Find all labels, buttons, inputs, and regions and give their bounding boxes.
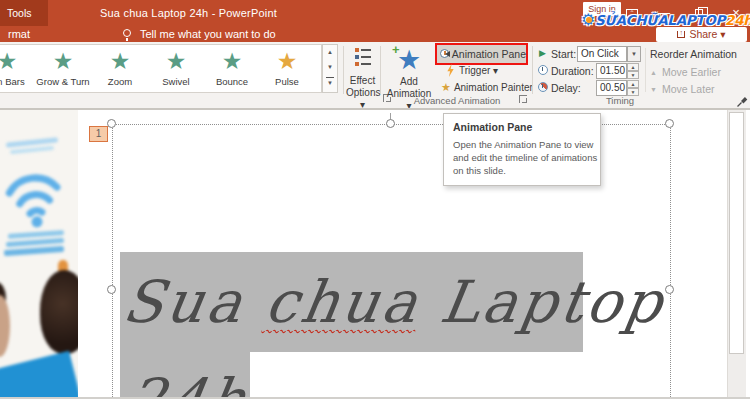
gallery-item-bounce[interactable]: ★ Bounce	[205, 46, 259, 92]
trigger-button[interactable]: Trigger ▾	[446, 63, 498, 78]
gallery-item-random-bars[interactable]: ★ om Bars	[0, 46, 34, 92]
emphasis-star-icon: ★	[260, 46, 314, 76]
start-label: Start:	[551, 46, 576, 62]
selection-border-right	[670, 124, 671, 397]
reorder-animation-label: Reorder Animation	[650, 46, 737, 62]
duration-input[interactable]: 01.50	[596, 63, 627, 79]
share-icon	[677, 31, 685, 38]
delay-label: Delay:	[551, 80, 581, 96]
gallery-item-grow-turn[interactable]: ★ Grow & Turn	[36, 46, 90, 92]
effect-options-icon	[355, 48, 371, 66]
entrance-star-icon: ★	[205, 46, 259, 76]
lightning-bolt-icon	[446, 64, 455, 77]
gallery-item-swivel[interactable]: ★ Swivel	[149, 46, 203, 92]
animation-pane-button[interactable]: Animation Pane	[435, 43, 528, 65]
group-separator	[532, 46, 533, 94]
advanced-animation-dialog-launcher-icon[interactable]	[519, 95, 527, 103]
plus-icon: +	[392, 43, 400, 56]
animation-gallery: ★ om Bars ★ Grow & Turn ★ Zoom ★ Swivel …	[0, 44, 322, 93]
vertical-scrollbar-thumb[interactable]	[729, 112, 744, 354]
move-earlier-button[interactable]: ▲ Move Earlier	[650, 64, 721, 80]
duration-spinner[interactable]: ▲▼	[627, 63, 639, 79]
move-later-arrow-icon: ▼	[650, 86, 657, 93]
misspelled-word: chua	[261, 268, 426, 336]
group-separator	[343, 46, 344, 94]
gallery-item-zoom[interactable]: ★ Zoom	[93, 46, 147, 92]
selection-border-left	[112, 124, 113, 397]
duration-label: Duration:	[551, 63, 594, 79]
share-button[interactable]: Share ▾	[656, 27, 747, 42]
entrance-star-icon: ★	[93, 46, 147, 76]
tooltip-body: and edit the timeline of animations	[453, 151, 591, 164]
duration-clock-icon	[538, 65, 548, 75]
start-dropdown-icon[interactable]: ▼	[627, 46, 641, 62]
effect-options-button[interactable]: EffectOptions ▾	[346, 44, 379, 106]
gallery-item-pulse[interactable]: ★ Pulse	[260, 46, 314, 92]
slide-canvas[interactable]: Sua chua Laptop 24h 1	[0, 110, 750, 397]
advanced-animation-group-label: Advanced Animation	[392, 95, 522, 106]
person-face	[0, 295, 10, 357]
person-head	[40, 270, 78, 354]
entrance-star-icon: ★	[36, 46, 90, 76]
painter-star-icon: ★	[441, 81, 451, 94]
contextual-tab-header: Tools	[0, 0, 48, 26]
add-animation-star-icon: ★+	[386, 44, 432, 76]
window-bottom-border	[0, 397, 750, 399]
move-earlier-arrow-icon: ▲	[650, 69, 657, 76]
slide-title-text[interactable]: Sua chua Laptop	[116, 250, 673, 354]
delay-input[interactable]: 00.50	[596, 80, 627, 96]
selection-handle-top-left[interactable]	[107, 119, 116, 128]
animation-painter-button[interactable]: ★ Animation Painter	[441, 80, 533, 95]
animation-pane-icon	[440, 48, 449, 60]
tell-me-lightbulb-icon	[123, 29, 131, 37]
share-label: Share ▾	[689, 28, 725, 40]
entrance-star-icon: ★	[149, 46, 203, 76]
tooltip-body: Open the Animation Pane to view	[453, 138, 591, 151]
selection-handle-middle-left[interactable]	[107, 285, 116, 294]
entrance-star-icon: ★	[0, 46, 34, 76]
watermark-brand-blue: SỬACHỮALAPTOP	[595, 12, 725, 28]
gallery-scroll-strip[interactable]: ▲ ▼ ▼	[322, 44, 338, 93]
wifi-icon	[0, 154, 71, 239]
gallery-scroll-down-icon[interactable]: ▼	[323, 60, 337, 75]
tell-me-box[interactable]: Tell me what you want to do	[140, 26, 276, 42]
person-shirt	[0, 351, 78, 397]
powerpoint-window: Tools Sua chua Laptop 24h - PowerPoint S…	[0, 0, 750, 400]
animation-order-badge: 1	[89, 126, 108, 142]
window-title: Sua chua Laptop 24h - PowerPoint	[100, 0, 277, 26]
gallery-scroll-up-icon[interactable]: ▲	[323, 45, 337, 60]
tooltip-title: Animation Pane	[453, 121, 591, 133]
tooltip-body: on this slide.	[453, 164, 591, 177]
group-separator	[645, 48, 646, 92]
photo-content	[0, 110, 78, 397]
start-combobox[interactable]: On Click	[577, 46, 627, 62]
gear-icon: ⚙	[581, 10, 595, 29]
selection-handle-middle-right[interactable]	[665, 285, 674, 294]
gallery-more-icon[interactable]: ▼	[326, 77, 334, 89]
watermark-brand-orange: 24h.com	[725, 12, 750, 28]
slide-title-text-line2[interactable]: 24h	[120, 348, 257, 397]
selection-handle-top-right[interactable]	[665, 119, 674, 128]
delay-clock-icon	[538, 82, 548, 92]
tab-format[interactable]: rmat	[8, 26, 30, 42]
timing-group-label: Timing	[560, 95, 680, 106]
selection-handle-top-center[interactable]	[386, 119, 395, 128]
animation-pane-tooltip: Animation Pane Open the Animation Pane t…	[443, 113, 601, 186]
start-play-icon: ▶	[539, 48, 546, 59]
group-separator	[380, 46, 381, 94]
delay-spinner[interactable]: ▲▼	[627, 80, 639, 96]
slide-photo[interactable]	[0, 110, 78, 397]
